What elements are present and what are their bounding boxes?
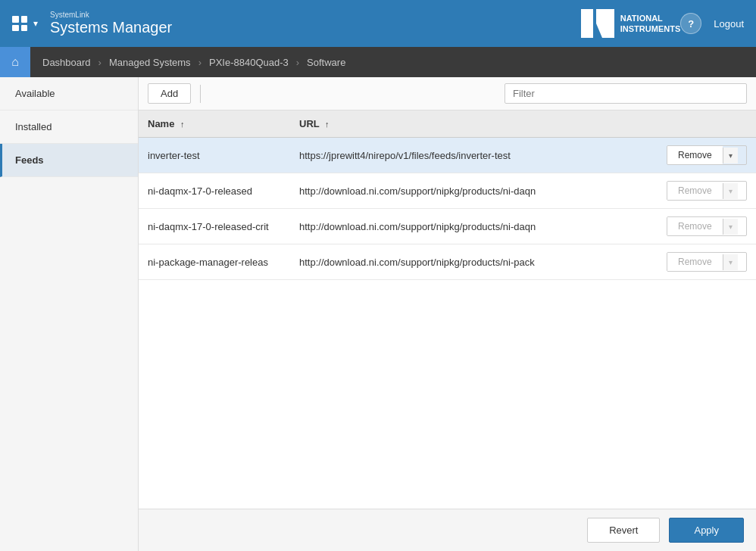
ni-emblem-icon [581,9,614,38]
ni-logo: NATIONAL INSTRUMENTS [581,9,680,38]
content-area: Add Name ↑ URL ↑ [139,77,756,551]
sidebar: Available Installed Feeds [0,77,139,551]
table-header-name[interactable]: Name ↑ [139,111,290,138]
svg-marker-0 [581,9,593,38]
breadcrumb-software[interactable]: Software [304,57,348,68]
remove-dropdown-button[interactable]: ▾ [723,148,738,163]
feed-action-cell: Remove▾ [658,244,756,280]
svg-marker-1 [596,9,614,38]
feed-url-cell: http://download.ni.com/support/nipkg/pro… [290,173,658,209]
apply-button[interactable]: Apply [669,518,744,543]
app-name: SystemLink [50,11,172,19]
header-left: ▾ SystemLink Systems Manager [12,11,581,36]
breadcrumb-items: Dashboard › Managed Systems › PXIe-8840Q… [30,57,358,68]
feed-name-cell: ni-package-manager-releas [139,244,290,280]
table-row[interactable]: inverter-testhttps://jprewitt4/nirepo/v1… [139,138,756,173]
feed-url-cell: https://jprewitt4/nirepo/v1/files/feeds/… [290,138,658,173]
table-row[interactable]: ni-daqmx-17-0-released-crithttp://downlo… [139,209,756,244]
logout-button[interactable]: Logout [714,18,744,30]
feed-url-cell: http://download.ni.com/support/nipkg/pro… [290,209,658,244]
filter-input[interactable] [505,83,747,104]
feed-url-cell: http://download.ni.com/support/nipkg/pro… [290,244,658,280]
remove-dropdown-button: ▾ [723,254,738,270]
table-header-row: Name ↑ URL ↑ [139,111,756,138]
sidebar-item-available[interactable]: Available [0,77,138,111]
home-icon: ⌂ [11,55,19,69]
breadcrumb-device[interactable]: PXIe-8840Quad-3 [206,57,292,68]
feed-name-cell: inverter-test [139,138,290,173]
feed-action-cell: Remove▾ [658,138,756,173]
app-info: SystemLink Systems Manager [50,11,172,36]
remove-button[interactable]: Remove [667,146,723,164]
breadcrumb-separator-1: › [98,57,102,68]
app-title: Systems Manager [50,19,172,36]
app-dropdown-button[interactable]: ▾ [30,15,41,32]
add-button[interactable]: Add [148,83,191,104]
home-button[interactable]: ⌂ [0,47,30,77]
feed-action-cell: Remove▾ [658,173,756,209]
url-sort-icon: ↑ [325,120,330,129]
table-header-action [658,111,756,138]
feed-name-cell: ni-daqmx-17-0-released-crit [139,209,290,244]
header-right: ? Logout [680,13,744,34]
remove-button: Remove [667,253,723,271]
breadcrumb-managed-systems[interactable]: Managed Systems [106,57,194,68]
sidebar-item-feeds[interactable]: Feeds [0,144,138,177]
table-row[interactable]: ni-package-manager-releashttp://download… [139,244,756,280]
header: ▾ SystemLink Systems Manager NATIONAL IN… [0,0,756,47]
feed-name-cell: ni-daqmx-17-0-released [139,173,290,209]
breadcrumb-nav: ⌂ Dashboard › Managed Systems › PXIe-884… [0,47,756,77]
main-layout: Available Installed Feeds Add Name ↑ [0,77,756,551]
table-row[interactable]: ni-daqmx-17-0-releasedhttp://download.ni… [139,173,756,209]
table-header-url[interactable]: URL ↑ [290,111,658,138]
breadcrumb-dashboard[interactable]: Dashboard [39,57,94,68]
feeds-table: Name ↑ URL ↑ inverter-testhttps://jprewi… [139,111,756,280]
ni-logo-text: NATIONAL INSTRUMENTS [620,13,680,35]
table-wrapper: Name ↑ URL ↑ inverter-testhttps://jprewi… [139,111,756,509]
remove-button: Remove [667,217,723,235]
breadcrumb-separator-3: › [296,57,299,68]
remove-dropdown-button: ▾ [723,219,738,235]
remove-dropdown-button: ▾ [723,183,738,199]
sidebar-item-installed[interactable]: Installed [0,111,138,144]
breadcrumb-separator-2: › [198,57,201,68]
name-sort-icon: ↑ [180,120,185,129]
apps-icon[interactable] [12,16,27,31]
feed-action-cell: Remove▾ [658,209,756,244]
toolbar-separator [200,85,201,103]
remove-button: Remove [667,182,723,200]
help-button[interactable]: ? [680,13,701,34]
toolbar: Add [139,77,756,111]
revert-button[interactable]: Revert [587,518,660,543]
footer: Revert Apply [139,509,756,551]
